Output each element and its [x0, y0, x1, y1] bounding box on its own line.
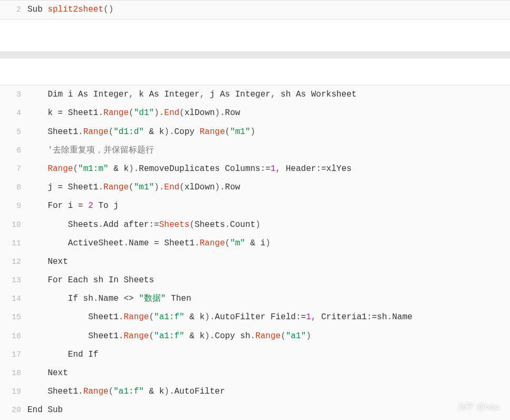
line-content: Range("m1:m" & k).RemoveDuplicates Colum…: [27, 160, 352, 178]
code-block-1: 2Sub split2sheet(): [0, 0, 510, 20]
line-content: Sheet1.Range("a1:f" & k).Copy sh.Range("…: [27, 327, 311, 346]
line-content: Sheets.Add after:=Sheets(Sheets.Count): [27, 216, 261, 234]
line-content: End If: [27, 346, 98, 364]
code-line: 12 Next: [0, 253, 510, 271]
code-line: 5 Sheet1.Range("d1:d" & k).Copy Range("m…: [0, 123, 510, 141]
line-content: Dim i As Integer, k As Integer, j As Int…: [27, 85, 357, 104]
line-number: 16: [0, 328, 27, 345]
line-number: 9: [0, 197, 27, 215]
code-line: 17 End If: [0, 346, 510, 364]
block-divider: [0, 51, 510, 59]
code-line: 10 Sheets.Add after:=Sheets(Sheets.Count…: [0, 216, 510, 234]
line-content: Next: [27, 253, 68, 271]
code-line: 11 ActiveSheet.Name = Sheet1.Range("m" &…: [0, 234, 510, 253]
line-number: 7: [0, 160, 27, 178]
code-line: 18 Next: [0, 364, 510, 383]
line-number: 15: [0, 309, 27, 326]
line-number: 13: [0, 272, 27, 289]
code-line: 6 '去除重复项，并保留标题行: [0, 141, 510, 160]
code-line: 4 k = Sheet1.Range("d1").End(xlDown).Row: [0, 104, 510, 122]
line-content: If sh.Name <> "数据" Then: [27, 290, 191, 308]
line-number: 19: [0, 383, 27, 400]
gap-space-2: [0, 59, 510, 85]
line-content: For Each sh In Sheets: [27, 271, 154, 290]
line-number: 5: [0, 123, 27, 141]
line-number: 11: [0, 235, 27, 252]
code-line: 7 Range("m1:m" & k).RemoveDuplicates Col…: [0, 160, 510, 178]
code-line: 9 For i = 2 To j: [0, 197, 510, 215]
line-number: 10: [0, 216, 27, 234]
code-line: 13 For Each sh In Sheets: [0, 271, 510, 290]
code-line: 16 Sheet1.Range("a1:f" & k).Copy sh.Rang…: [0, 327, 510, 346]
code-line: 19 Sheet1.Range("a1:f" & k).AutoFilter: [0, 383, 510, 401]
code-line: 15 Sheet1.Range("a1:f" & k).AutoFilter F…: [0, 308, 510, 327]
code-line: 20End Sub: [0, 401, 510, 419]
line-content: j = Sheet1.Range("m1").End(xlDown).Row: [27, 178, 240, 197]
line-content: Sheet1.Range("a1:f" & k).AutoFilter Fiel…: [27, 308, 412, 327]
line-content: '去除重复项，并保留标题行: [27, 141, 154, 160]
line-content: Sheet1.Range("a1:f" & k).AutoFilter: [27, 383, 225, 401]
line-number: 3: [0, 86, 27, 103]
code-line: 8 j = Sheet1.Range("m1").End(xlDown).Row: [0, 178, 510, 197]
code-block-2: 3 Dim i As Integer, k As Integer, j As I…: [0, 85, 510, 420]
code-line: 3 Dim i As Integer, k As Integer, j As I…: [0, 85, 510, 104]
code-line: 2Sub split2sheet(): [0, 1, 510, 19]
line-content: k = Sheet1.Range("d1").End(xlDown).Row: [27, 104, 240, 122]
line-number: 12: [0, 253, 27, 271]
code-line: 14 If sh.Name <> "数据" Then: [0, 290, 510, 308]
line-number: 8: [0, 179, 27, 196]
line-content: ActiveSheet.Name = Sheet1.Range("m" & i): [27, 234, 271, 253]
line-content: Sub split2sheet(): [27, 1, 113, 19]
line-number: 6: [0, 142, 27, 159]
line-content: For i = 2 To j: [27, 197, 119, 215]
line-number: 14: [0, 290, 27, 308]
line-content: Next: [27, 364, 68, 383]
gap-space: [0, 20, 510, 51]
line-number: 20: [0, 402, 27, 419]
line-content: Sheet1.Range("d1:d" & k).Copy Range("m1"…: [27, 123, 255, 141]
line-number: 18: [0, 365, 27, 382]
line-number: 17: [0, 346, 27, 364]
line-content: End Sub: [27, 401, 63, 419]
line-number: 2: [0, 1, 27, 18]
line-number: 4: [0, 104, 27, 122]
